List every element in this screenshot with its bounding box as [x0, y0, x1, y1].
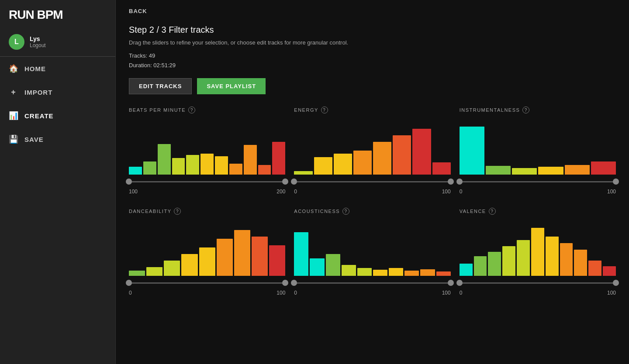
bar-valence-8	[574, 250, 587, 276]
bar-bpm-3	[172, 158, 185, 175]
slider-labels-bpm: 100 200	[129, 189, 285, 195]
bar-chart-energy	[294, 118, 450, 175]
chart-title-energy: ENERGY	[294, 107, 318, 113]
bar-valence-6	[546, 237, 559, 276]
slider-min-valence: 0	[460, 290, 463, 296]
bar-acousticness-9	[436, 271, 451, 276]
chart-title-acousticness: ACOUSTICNESS	[294, 209, 340, 214]
create-icon: 📊	[9, 111, 18, 120]
sidebar-item-create[interactable]: 📊 CREATE	[0, 104, 115, 127]
bar-danceability-8	[269, 245, 285, 276]
bar-bpm-0	[129, 167, 142, 175]
edit-tracks-button[interactable]: EDIT TRACKS	[129, 78, 192, 94]
save-playlist-button[interactable]: SAVE PLAYLIST	[197, 78, 266, 94]
sidebar-item-save[interactable]: 💾 SAVE	[0, 127, 115, 151]
slider-valence[interactable]	[460, 278, 616, 287]
slider-track-energy	[294, 181, 450, 182]
slider-labels-acousticness: 0 100	[294, 290, 450, 296]
slider-thumb-right-valence[interactable]	[613, 280, 619, 286]
user-info: Lys Logout	[30, 35, 46, 48]
slider-track-bpm	[129, 181, 285, 182]
bar-bpm-5	[200, 154, 214, 175]
slider-labels-danceability: 0 100	[129, 290, 285, 296]
help-icon-danceability[interactable]: ?	[174, 208, 181, 215]
import-icon: +	[9, 87, 18, 97]
bar-danceability-0	[129, 271, 145, 276]
bar-valence-5	[531, 228, 544, 276]
help-icon-bpm[interactable]: ?	[188, 106, 195, 113]
slider-track-acousticness	[294, 282, 450, 284]
chart-label-danceability: DANCEABILITY ?	[129, 208, 285, 215]
bar-bpm-7	[229, 164, 242, 175]
slider-energy[interactable]	[294, 177, 450, 186]
slider-thumb-left-valence[interactable]	[456, 280, 463, 286]
chart-valence: VALENCE ? 0 100	[460, 208, 616, 296]
slider-labels-energy: 0 100	[294, 189, 450, 195]
bar-valence-4	[517, 240, 530, 276]
bar-instrumentalness-3	[538, 167, 563, 175]
chart-label-acousticness: ACOUSTICNESS ?	[294, 208, 450, 215]
slider-min-danceability: 0	[129, 290, 132, 296]
slider-thumb-left-danceability[interactable]	[126, 280, 132, 286]
bar-energy-4	[373, 142, 391, 175]
bar-danceability-4	[199, 247, 215, 276]
slider-thumb-left-bpm[interactable]	[126, 179, 132, 185]
bar-valence-10	[603, 266, 616, 276]
bar-danceability-5	[217, 239, 233, 276]
chart-title-instrumentalness: INSTRUMENTALNESS	[460, 107, 520, 113]
slider-thumb-left-acousticness[interactable]	[291, 280, 297, 286]
help-icon-instrumentalness[interactable]: ?	[522, 106, 529, 113]
track-info: Tracks: 49 Duration: 02:51:29	[129, 51, 616, 70]
bar-bpm-6	[215, 156, 228, 175]
action-buttons: EDIT TRACKS SAVE PLAYLIST	[129, 78, 616, 94]
bar-bpm-1	[143, 161, 156, 175]
bar-energy-0	[294, 171, 312, 175]
bar-danceability-7	[252, 237, 268, 276]
bar-acousticness-7	[404, 271, 419, 276]
bar-chart-danceability	[129, 219, 285, 276]
help-icon-energy[interactable]: ?	[321, 106, 328, 113]
slider-instrumentalness[interactable]	[460, 177, 616, 186]
user-name: Lys	[30, 35, 46, 42]
bar-bpm-10	[272, 142, 285, 175]
step-subtitle: Drag the sliders to refine your selectio…	[129, 39, 616, 46]
slider-bpm[interactable]	[129, 177, 285, 186]
slider-thumb-right-danceability[interactable]	[282, 280, 288, 286]
chart-danceability: DANCEABILITY ? 0 100	[129, 208, 285, 296]
chart-label-valence: VALENCE ?	[460, 208, 616, 215]
slider-labels-instrumentalness: 0 100	[460, 189, 616, 195]
bar-energy-6	[412, 129, 431, 175]
bar-acousticness-2	[326, 254, 340, 276]
slider-danceability[interactable]	[129, 278, 285, 287]
chart-label-bpm: BEATS PER MINUTE ?	[129, 106, 285, 113]
chart-title-valence: VALENCE	[460, 209, 486, 214]
logout-link[interactable]: Logout	[30, 42, 46, 48]
slider-thumb-right-bpm[interactable]	[282, 179, 288, 185]
bar-danceability-6	[234, 230, 250, 276]
bar-danceability-2	[164, 261, 180, 276]
slider-thumb-right-energy[interactable]	[448, 179, 454, 185]
bar-energy-5	[393, 135, 411, 175]
slider-thumb-right-instrumentalness[interactable]	[613, 179, 619, 185]
back-button[interactable]: BACK	[129, 8, 147, 14]
charts-grid: BEATS PER MINUTE ? 100 200 ENERGY ? 0 10…	[129, 106, 616, 296]
save-icon: 💾	[9, 134, 18, 144]
bar-instrumentalness-2	[512, 168, 537, 175]
sidebar-item-import[interactable]: + IMPORT	[0, 80, 115, 104]
avatar: L	[9, 34, 24, 50]
bar-energy-1	[314, 157, 332, 175]
bar-instrumentalness-1	[486, 166, 511, 175]
slider-track-instrumentalness	[460, 181, 616, 182]
help-icon-valence[interactable]: ?	[489, 208, 496, 215]
sidebar-item-home[interactable]: 🏠 HOME	[0, 57, 115, 80]
slider-thumb-left-instrumentalness[interactable]	[456, 179, 463, 185]
bar-acousticness-3	[342, 265, 356, 276]
tracks-count: Tracks: 49	[129, 51, 616, 61]
slider-acousticness[interactable]	[294, 278, 450, 287]
help-icon-acousticness[interactable]: ?	[342, 208, 349, 215]
bar-bpm-9	[258, 165, 271, 175]
bar-valence-7	[560, 243, 573, 276]
slider-labels-valence: 0 100	[460, 290, 616, 296]
slider-thumb-left-energy[interactable]	[291, 179, 297, 185]
slider-thumb-right-acousticness[interactable]	[448, 280, 454, 286]
